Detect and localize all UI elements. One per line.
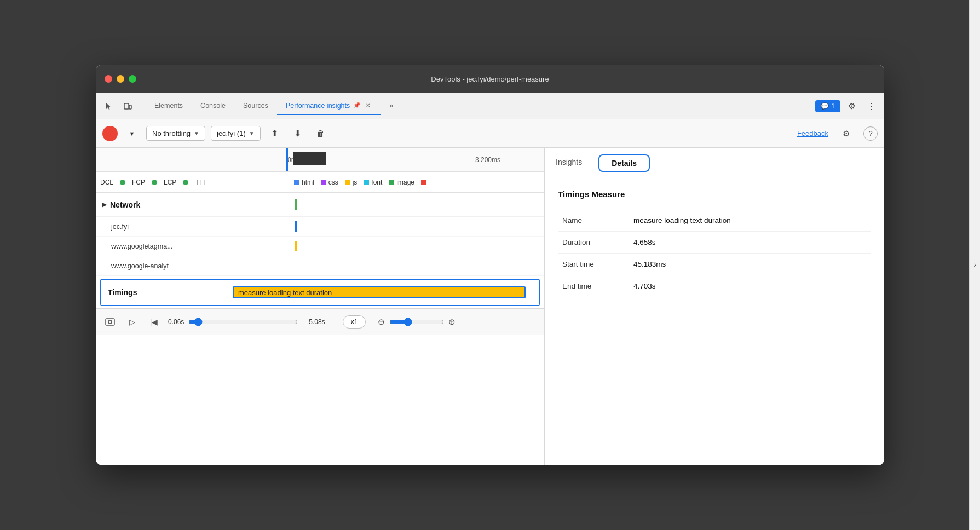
- record-button[interactable]: [102, 126, 118, 141]
- tab-more[interactable]: »: [381, 97, 402, 115]
- right-tabs: Insights Details: [545, 148, 884, 178]
- network-section: ▶ Network jec.fyi www.googletagma...: [96, 193, 544, 276]
- timings-bar[interactable]: measure loading text duration: [233, 286, 526, 298]
- timeline-header: 0ms 3,200ms: [96, 148, 544, 172]
- device-toggle-icon[interactable]: [119, 97, 136, 115]
- timings-bar-area: measure loading text duration: [228, 285, 532, 300]
- table-row: Start time 45.183ms: [558, 254, 871, 275]
- throttling-arrow-icon: ▼: [194, 130, 199, 136]
- zoom-in-icon[interactable]: ⊕: [448, 317, 456, 327]
- network-header: ▶ Network: [96, 193, 544, 217]
- session-arrow-icon: ▼: [249, 130, 255, 136]
- network-mini-bar: [295, 199, 297, 210]
- feedback-link[interactable]: Feedback: [797, 129, 828, 137]
- window-title: DevTools - jec.fyi/demo/perf-measure: [431, 75, 549, 83]
- timings-label: Timings: [108, 288, 228, 297]
- dcl-label: DCL: [100, 178, 113, 186]
- time-end-label: 5.08s: [309, 318, 325, 326]
- record-dropdown-button[interactable]: ▼: [123, 125, 141, 142]
- tab-details[interactable]: Details: [598, 154, 650, 172]
- session-dropdown[interactable]: jec.fyi (1) ▼: [211, 126, 261, 141]
- svg-rect-2: [106, 319, 114, 325]
- table-row: www.google-analyt: [96, 256, 544, 276]
- pin-icon: 📌: [353, 102, 361, 109]
- network-bar-1: [295, 241, 297, 251]
- table-row: Duration 4.658s: [558, 232, 871, 254]
- js-color: [345, 180, 350, 185]
- perf-toolbar: ▼ No throttling ▼ jec.fyi (1) ▼ ⬆ ⬇ 🗑 Fe…: [96, 119, 884, 148]
- perf-toolbar-right: Feedback ⚙ ?: [797, 125, 878, 142]
- network-bar-area: [287, 197, 533, 212]
- table-row: www.googletagma...: [96, 237, 544, 256]
- table-row: jec.fyi: [96, 217, 544, 237]
- play-button[interactable]: ▷: [124, 314, 140, 330]
- cursor-icon[interactable]: [100, 97, 118, 115]
- delete-button[interactable]: 🗑: [312, 125, 330, 142]
- field-value-end: 4.703s: [629, 275, 871, 297]
- network-row-url: jec.fyi: [111, 223, 129, 231]
- throttling-dropdown[interactable]: No throttling ▼: [146, 126, 205, 141]
- timeline-scrubber[interactable]: [188, 318, 298, 326]
- js-label: js: [353, 178, 358, 186]
- speed-button[interactable]: x1: [343, 315, 366, 329]
- legend-font: font: [364, 178, 382, 186]
- css-color: [321, 180, 326, 185]
- maximize-button[interactable]: [129, 75, 136, 83]
- table-row: Name measure loading text duration: [558, 210, 871, 232]
- tab-bar: Elements Console Sources Performance ins…: [146, 97, 814, 115]
- upload-button[interactable]: ⬆: [266, 125, 284, 142]
- network-row-url: www.google-analyt: [111, 262, 169, 270]
- details-content: Timings Measure Name measure loading tex…: [545, 178, 884, 465]
- help-icon-button[interactable]: ?: [863, 126, 878, 141]
- tab-console[interactable]: Console: [192, 97, 234, 115]
- field-label-end: End time: [558, 275, 629, 297]
- minimize-button[interactable]: [117, 75, 124, 83]
- tab-close-icon[interactable]: ✕: [364, 102, 372, 110]
- chat-icon: 💬: [821, 102, 829, 110]
- field-value-name: measure loading text duration: [629, 210, 871, 232]
- details-title: Timings Measure: [558, 189, 871, 199]
- html-color: [294, 180, 299, 185]
- tti-label: TTI: [195, 178, 205, 186]
- html-label: html: [302, 178, 314, 186]
- zoom-controls: ⊖ ⊕: [378, 317, 456, 327]
- expand-icon[interactable]: ▶: [102, 201, 107, 208]
- svg-rect-0: [124, 103, 129, 109]
- network-row-url: www.googletagma...: [111, 243, 173, 250]
- css-label: css: [328, 178, 338, 186]
- fcp-label: FCP: [132, 178, 145, 186]
- field-value-duration: 4.658s: [629, 232, 871, 254]
- bottom-bar: ▷ |◀ 0.06s 5.08s x1 ⊖ ⊕: [96, 308, 544, 335]
- tab-sources[interactable]: Sources: [234, 97, 277, 115]
- more-color: [421, 180, 426, 185]
- eye-icon-button[interactable]: [102, 314, 118, 330]
- tti-dot: [183, 180, 188, 185]
- timings-section: Timings measure loading text duration: [100, 279, 540, 306]
- network-rows: jec.fyi www.googletagma... www.google-an…: [96, 217, 544, 276]
- traffic-lights: [105, 75, 136, 83]
- zoom-slider[interactable]: [389, 318, 444, 326]
- network-title: ▶ Network: [102, 200, 140, 209]
- titlebar: DevTools - jec.fyi/demo/perf-measure: [96, 65, 884, 93]
- tab-performance-insights[interactable]: Performance insights 📌 ✕: [277, 97, 381, 115]
- more-menu-button[interactable]: ⋮: [862, 97, 880, 115]
- timeline-cursor: [286, 148, 288, 171]
- table-row: End time 4.703s: [558, 275, 871, 297]
- field-label-name: Name: [558, 210, 629, 232]
- tab-insights[interactable]: Insights: [556, 158, 582, 169]
- timeline-block: [293, 152, 326, 165]
- main-content: 0ms 3,200ms DCL FCP LCP TTI: [96, 148, 884, 465]
- timeline-range: 0.06s: [168, 318, 298, 326]
- close-button[interactable]: [105, 75, 112, 83]
- settings-button[interactable]: ⚙: [843, 97, 860, 115]
- chat-badge-button[interactable]: 💬 1: [815, 100, 840, 112]
- legend-html: html: [294, 178, 314, 186]
- download-button[interactable]: ⬇: [289, 125, 307, 142]
- step-back-button[interactable]: |◀: [146, 314, 162, 330]
- settings-icon-button[interactable]: ⚙: [837, 125, 855, 142]
- network-section-title: Network: [110, 200, 140, 209]
- tab-elements[interactable]: Elements: [146, 97, 192, 115]
- zoom-out-icon[interactable]: ⊖: [378, 317, 385, 327]
- image-color: [389, 180, 394, 185]
- details-table: Name measure loading text duration Durat…: [558, 210, 871, 297]
